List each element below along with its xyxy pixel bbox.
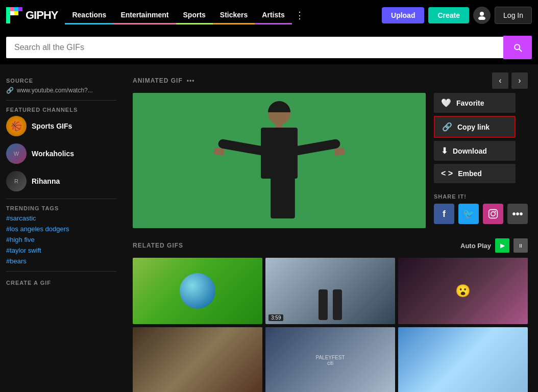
login-button[interactable]: Log In [495,7,532,24]
gif-prev-button[interactable]: ‹ [492,72,508,89]
person-hand-left [213,147,225,156]
autoplay-label: Auto Play [460,242,491,250]
gif-nav: ‹ › [492,72,528,89]
channel-workaholics[interactable]: W Workaholics [6,143,116,164]
trending-tags-title: TRENDING TAGS [6,205,116,211]
create-button[interactable]: Create [428,7,469,23]
search-input-wrap [6,37,503,58]
user-avatar-icon [477,11,486,20]
nav-more-button[interactable]: ⋮ [292,6,307,25]
gif-grid: 3:59 😮 PALEYFESTciti [133,258,528,392]
tag-la-dodgers[interactable]: #los angeles dodgers [6,225,116,233]
svg-rect-3 [14,7,18,11]
gif-figure [228,97,330,225]
svg-point-10 [495,211,496,212]
gif-next-button[interactable]: › [511,72,528,89]
divider-2 [6,199,116,199]
gif-actions: 🤍 Favorite 🔗 Copy link ⬇ Download < > Em… [434,93,528,228]
related-gif-thumb-6 [398,327,528,392]
related-gif-thumb-3: 😮 [398,258,528,324]
upload-button[interactable]: Upload [382,7,424,23]
related-gif-thumb-2 [265,258,395,324]
nav-item-stickers[interactable]: Stickers [213,7,255,24]
related-gif-6[interactable] [398,327,528,392]
svg-rect-8 [489,210,498,218]
svg-rect-1 [10,7,14,11]
link-icon-btn: 🔗 [442,122,452,132]
autoplay-play-button[interactable]: ▶ [495,238,509,253]
tag-bears[interactable]: #bears [6,257,116,265]
nav-item-reactions[interactable]: Reactions [65,7,113,24]
nav-item-artists[interactable]: Artists [255,7,291,24]
favorite-label: Favorite [456,99,484,107]
user-icon[interactable] [473,7,491,24]
header-right: Upload Create Log In [382,7,532,24]
link-icon: 🔗 [6,87,14,94]
related-gif-5[interactable]: PALEYFESTciti [265,327,395,392]
share-twitter-button[interactable]: 🐦 [458,204,479,224]
main-content: SOURCE 🔗 www.youtube.com/watch?... FEATU… [0,64,538,392]
svg-rect-2 [10,11,14,15]
share-title: SHARE IT! [434,193,528,200]
logo[interactable]: GIPHY [6,7,58,23]
channel-name-rihanna: Rihanna [32,177,60,185]
bubble-ball [180,273,215,309]
nav-item-sports[interactable]: Sports [176,7,213,24]
related-gif-3[interactable]: 😮 [398,258,528,324]
svg-rect-5 [18,7,22,11]
animated-gif-text: ANIMATED GIF [133,77,183,84]
search-button[interactable] [503,36,532,59]
search-input[interactable] [6,37,503,58]
share-buttons: f 🐦 ••• [434,204,528,224]
tag-sarcastic[interactable]: #sarcastic [6,214,116,222]
share-facebook-button[interactable]: f [434,204,454,224]
favorite-button[interactable]: 🤍 Favorite [434,93,516,113]
related-title: RELATED GIFS [133,242,183,249]
share-more-button[interactable]: ••• [507,204,528,224]
tag-high-five[interactable]: #high five [6,236,116,243]
related-gif-1[interactable] [133,258,262,324]
source-url: www.youtube.com/watch?... [17,87,93,94]
channel-thumb-rihanna: R [6,171,27,191]
tag-taylor-swift[interactable]: #taylor swift [6,247,116,254]
main-nav: Reactions Entertainment Sports Stickers … [65,6,307,25]
related-gif-thumb-5: PALEYFESTciti [265,327,395,392]
embed-icon: < > [441,169,453,178]
embed-button[interactable]: < > Embed [434,164,516,183]
gif-options-icon[interactable]: ••• [187,77,195,84]
related-gifs-section: RELATED GIFS Auto Play ▶ ⏸ [133,238,528,392]
related-gif-2[interactable]: 3:59 [265,258,395,324]
search-icon [512,42,523,53]
gif-area: 🤍 Favorite 🔗 Copy link ⬇ Download < > Em… [133,93,528,228]
thumb-3-icon: 😮 [455,284,471,298]
channel-sports[interactable]: 🏀 Sports GIFs [6,116,116,136]
giphy-logo-icon [6,7,22,23]
share-section: SHARE IT! f 🐦 ••• [434,193,528,224]
download-label: Download [453,147,487,155]
copy-link-label: Copy link [457,123,490,131]
svg-rect-4 [14,11,18,15]
source-link[interactable]: 🔗 www.youtube.com/watch?... [6,87,116,94]
download-button[interactable]: ⬇ Download [434,141,516,161]
heart-icon: 🤍 [441,98,451,108]
nav-item-entertainment[interactable]: Entertainment [113,7,176,24]
sidebar: SOURCE 🔗 www.youtube.com/watch?... FEATU… [0,64,123,392]
gif-label: ANIMATED GIF ••• [133,77,194,84]
share-instagram-button[interactable] [483,204,503,224]
instagram-icon [488,209,498,219]
search-bar [0,31,538,64]
autoplay-pause-button[interactable]: ⏸ [513,238,528,253]
person-leg-right [281,178,295,218]
channel-rihanna[interactable]: R Rihanna [6,171,116,191]
related-header: RELATED GIFS Auto Play ▶ ⏸ [133,238,528,253]
related-gif-4[interactable] [133,327,262,392]
related-gif-thumb-1 [133,258,262,324]
divider-1 [6,100,116,101]
channel-thumb-workaholics: W [6,143,27,164]
autoplay-wrap: Auto Play ▶ ⏸ [460,238,528,253]
copy-link-button[interactable]: 🔗 Copy link [434,116,516,138]
gif-main [133,93,426,228]
featured-channels-title: FEATURED CHANNELS [6,107,116,113]
thumb-5-text: PALEYFESTciti [313,353,347,368]
embed-label: Embed [458,169,482,178]
